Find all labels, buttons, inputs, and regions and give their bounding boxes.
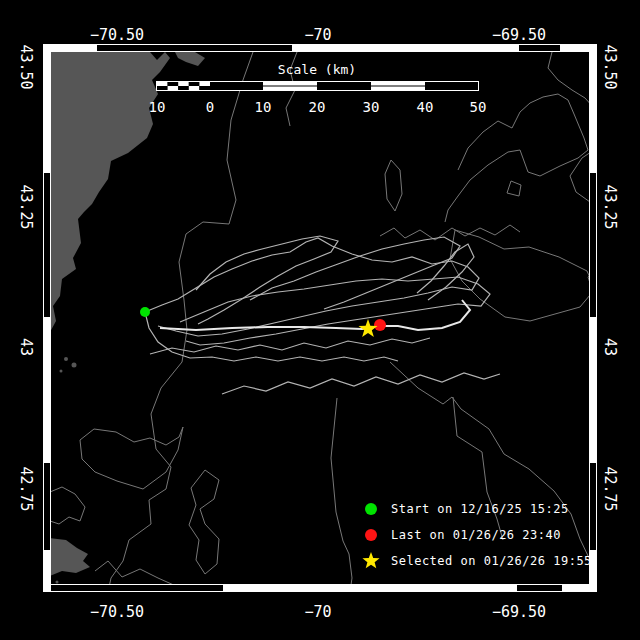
lat-label-left-3: 42.75	[17, 449, 35, 529]
scalebar-cell	[210, 82, 263, 90]
lat-label-left-0: 43.50	[17, 27, 35, 107]
frame-segment	[590, 44, 596, 173]
lon-label-top-1: −70	[278, 26, 358, 44]
frame-segment	[590, 317, 596, 463]
island	[60, 370, 63, 373]
scalebar-checker-cell	[189, 86, 200, 90]
scalebar-checker-cell	[178, 86, 189, 90]
lon-label-bottom-0: −70.50	[77, 603, 157, 621]
legend-last-icon	[365, 529, 377, 541]
frame-segment	[517, 585, 562, 591]
lat-label-right-0: 43.50	[601, 27, 619, 107]
frame-segment	[223, 585, 517, 591]
lon-label-top-2: −69.50	[479, 26, 559, 44]
scalebar-checker-cell	[199, 86, 210, 90]
lat-label-right-3: 42.75	[601, 449, 619, 529]
frame-segment	[44, 44, 50, 173]
lat-label-right-2: 43	[601, 307, 619, 387]
scalebar-midline	[371, 86, 425, 87]
map-canvas	[0, 0, 640, 640]
frame-segment	[44, 173, 50, 317]
last-marker[interactable]	[374, 319, 386, 331]
scalebar-tick-5: 40	[405, 99, 445, 115]
frame-segment	[519, 45, 560, 51]
scalebar-tick-6: 50	[458, 99, 498, 115]
frame-corner	[589, 44, 597, 52]
island	[56, 581, 59, 584]
scalebar-tick-1: 0	[190, 99, 230, 115]
scalebar-cell	[317, 82, 371, 90]
scalebar-tick-3: 20	[297, 99, 337, 115]
scalebar-title: Scale (km)	[257, 62, 377, 77]
lat-label-right-1: 43.25	[601, 167, 619, 247]
lon-label-bottom-2: −69.50	[479, 603, 559, 621]
scalebar-checker-cell	[189, 82, 200, 86]
lon-label-bottom-1: −70	[278, 603, 358, 621]
frame-segment	[44, 463, 50, 550]
scalebar-checker-cell	[178, 82, 189, 86]
frame-segment	[590, 173, 596, 317]
scalebar-checker-cell	[199, 82, 210, 86]
start-marker[interactable]	[140, 307, 150, 317]
frame-corner	[589, 584, 597, 592]
legend-label-start: Start on 12/16/25 15:25	[391, 502, 631, 516]
frame-corner	[43, 44, 51, 52]
frame-corner	[43, 584, 51, 592]
island	[64, 357, 68, 361]
lat-label-left-2: 43	[17, 307, 35, 387]
frame-segment	[43, 585, 223, 591]
scalebar-cell	[425, 82, 478, 90]
drifter-map-window: −70.50 −70 −69.50 −70.50 −70 −69.50 43.5…	[0, 0, 640, 640]
scalebar-checker-cell	[157, 86, 168, 90]
legend-label-last: Last on 01/26/26 23:40	[391, 528, 631, 542]
lon-label-top-0: −70.50	[77, 26, 157, 44]
frame-segment	[44, 317, 50, 463]
legend-start-icon	[365, 503, 377, 515]
scalebar-checker-cell	[168, 82, 179, 86]
scalebar-midline	[263, 86, 317, 87]
legend-label-selected: Selected on 01/26/26 19:55	[391, 554, 631, 568]
scalebar-tick-2: 10	[243, 99, 283, 115]
scalebar-checker-cell	[168, 86, 179, 90]
frame-segment	[43, 45, 97, 51]
frame-segment	[292, 45, 519, 51]
scalebar-tick-0: 10	[137, 99, 177, 115]
frame-segment	[97, 45, 292, 51]
island	[72, 363, 77, 368]
scalebar-tick-4: 30	[351, 99, 391, 115]
lat-label-left-1: 43.25	[17, 167, 35, 247]
scalebar-checker-cell	[157, 82, 168, 86]
